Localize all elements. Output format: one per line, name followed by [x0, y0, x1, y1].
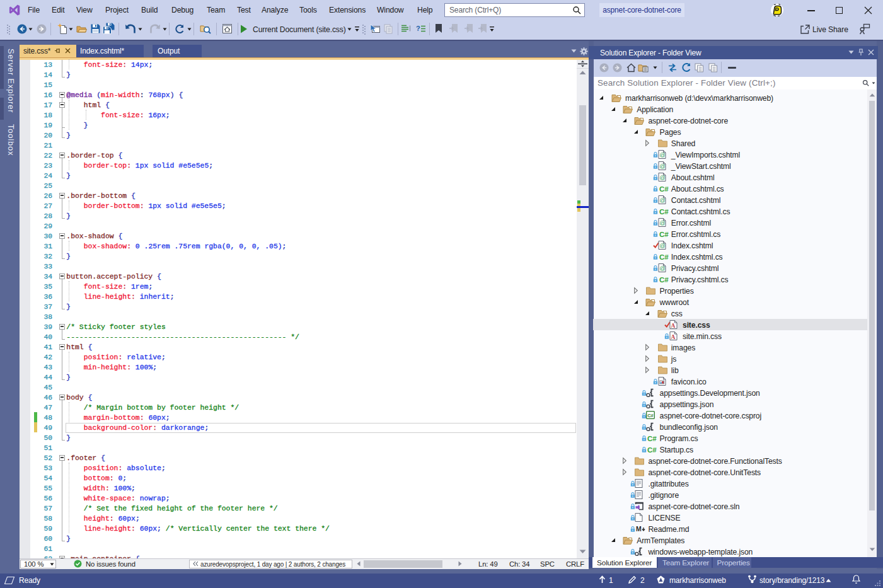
svg-text:C#: C# — [659, 276, 669, 284]
svg-text:C#: C# — [648, 413, 654, 418]
svg-text:A: A — [671, 334, 675, 340]
svg-text:M: M — [636, 525, 642, 533]
svg-text:@: @ — [659, 220, 665, 226]
svg-text:@: @ — [659, 243, 665, 249]
svg-text:C#: C# — [659, 231, 669, 238]
svg-text:@: @ — [659, 197, 665, 204]
svg-text:C#: C# — [659, 253, 669, 261]
svg-text:?: ? — [416, 25, 420, 32]
svg-text:@: @ — [659, 163, 665, 170]
svg-text:@: @ — [659, 152, 665, 158]
svg-text:A: A — [671, 323, 675, 329]
svg-text:@: @ — [659, 265, 665, 272]
svg-text:C#: C# — [659, 185, 669, 193]
svg-text:C#: C# — [647, 435, 657, 442]
svg-text:C#: C# — [647, 446, 657, 454]
svg-text:C#: C# — [659, 208, 669, 216]
svg-text:@: @ — [659, 175, 665, 181]
